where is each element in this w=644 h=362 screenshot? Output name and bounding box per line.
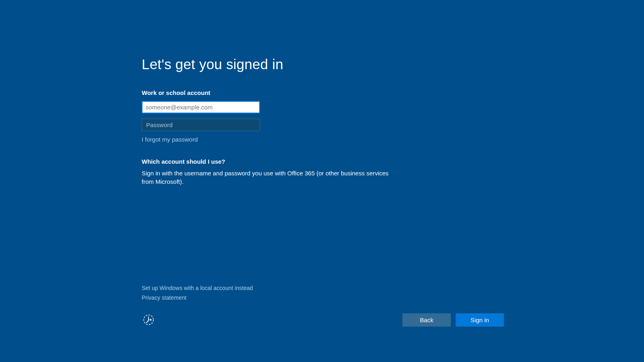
back-button[interactable]: Back	[402, 313, 451, 327]
help-heading: Which account should I use?	[142, 158, 399, 165]
signin-panel: Let's get you signed in Work or school a…	[142, 56, 399, 186]
account-label: Work or school account	[142, 89, 399, 96]
help-body: Sign in with the username and password y…	[142, 169, 399, 186]
ease-of-access-icon[interactable]	[142, 313, 155, 327]
ease-of-access-glyph	[142, 313, 155, 326]
action-buttons: Back Sign in	[402, 313, 504, 327]
password-field[interactable]	[142, 119, 260, 131]
email-field[interactable]	[142, 101, 260, 113]
local-account-link[interactable]: Set up Windows with a local account inst…	[142, 285, 253, 291]
privacy-statement-link[interactable]: Privacy statement	[142, 294, 253, 301]
bottom-links: Set up Windows with a local account inst…	[142, 285, 253, 304]
footer-row: Back Sign in	[142, 313, 504, 327]
signin-button[interactable]: Sign in	[456, 313, 504, 327]
forgot-password-link[interactable]: I forgot my password	[142, 136, 198, 143]
page-title: Let's get you signed in	[142, 56, 399, 72]
